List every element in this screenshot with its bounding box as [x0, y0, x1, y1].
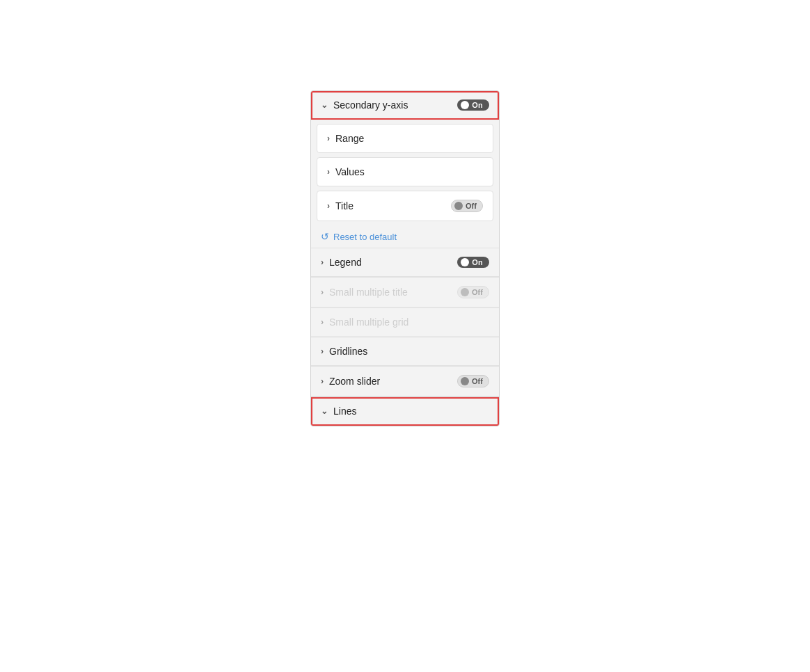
range-item-left: › Range [327, 133, 364, 144]
legend-label: Legend [329, 257, 362, 268]
settings-panel: ⌄ Secondary y-axis On › Range › Values ›… [310, 90, 500, 426]
small-multiple-title-toggle[interactable]: Off [457, 286, 489, 298]
chevron-right-icon: › [321, 317, 324, 327]
title-toggle-label: Off [466, 202, 477, 210]
chevron-right-icon: › [321, 376, 324, 386]
title-item[interactable]: › Title Off [317, 191, 493, 221]
legend-header[interactable]: › Legend On [311, 248, 499, 277]
values-item-left: › Values [327, 166, 365, 177]
gridlines-header[interactable]: › Gridlines [311, 337, 499, 366]
chevron-right-icon: › [321, 257, 324, 267]
toggle-dot [461, 258, 469, 266]
toggle-dot-off [461, 377, 469, 385]
zoom-slider-label: Zoom slider [329, 376, 380, 387]
values-item[interactable]: › Values [317, 157, 493, 186]
zoom-slider-header-left: › Zoom slider [321, 376, 380, 387]
reset-icon: ↺ [321, 231, 329, 242]
chevron-right-icon: › [327, 134, 330, 143]
legend-toggle-label: On [472, 258, 482, 266]
legend-toggle[interactable]: On [457, 257, 489, 268]
lines-header[interactable]: ⌄ Lines [311, 397, 499, 426]
toggle-dot-off [461, 288, 469, 296]
gridlines-header-left: › Gridlines [321, 346, 367, 357]
secondary-y-axis-label: Secondary y-axis [333, 99, 408, 111]
values-label: Values [335, 166, 365, 177]
small-multiple-title-toggle-label: Off [472, 288, 483, 296]
small-multiple-grid-left: › Small multiple grid [321, 317, 408, 328]
small-multiple-title-left: › Small multiple title [321, 287, 408, 298]
gridlines-label: Gridlines [329, 346, 367, 357]
toggle-dot-off [454, 202, 463, 210]
lines-header-left: ⌄ Lines [321, 406, 356, 417]
zoom-slider-toggle[interactable]: Off [457, 375, 489, 387]
small-multiple-title-label: Small multiple title [329, 287, 408, 298]
reset-label: Reset to default [333, 232, 397, 242]
range-item[interactable]: › Range [317, 124, 493, 153]
chevron-right-icon: › [321, 346, 324, 356]
reset-to-default[interactable]: ↺ Reset to default [311, 225, 499, 248]
chevron-right-icon: › [321, 287, 324, 297]
secondary-y-axis-header-left: ⌄ Secondary y-axis [321, 99, 408, 111]
secondary-y-axis-toggle-label: On [472, 101, 482, 109]
legend-header-left: › Legend [321, 257, 362, 268]
zoom-slider-header[interactable]: › Zoom slider Off [311, 367, 499, 397]
title-toggle[interactable]: Off [451, 200, 483, 212]
lines-label: Lines [333, 406, 356, 417]
chevron-down-icon: ⌄ [321, 406, 328, 416]
chevron-right-icon: › [327, 201, 330, 211]
zoom-slider-toggle-label: Off [472, 377, 483, 385]
title-label: Title [335, 200, 354, 211]
range-label: Range [335, 133, 364, 144]
chevron-down-icon: ⌄ [321, 100, 328, 110]
title-item-left: › Title [327, 200, 354, 211]
secondary-y-axis-toggle[interactable]: On [457, 99, 489, 111]
small-multiple-grid-label: Small multiple grid [329, 317, 408, 328]
chevron-right-icon: › [327, 167, 330, 177]
secondary-y-axis-header[interactable]: ⌄ Secondary y-axis On [311, 91, 499, 120]
toggle-dot [461, 101, 469, 109]
small-multiple-title-header[interactable]: › Small multiple title Off [311, 278, 499, 307]
small-multiple-grid-header[interactable]: › Small multiple grid [311, 308, 499, 337]
